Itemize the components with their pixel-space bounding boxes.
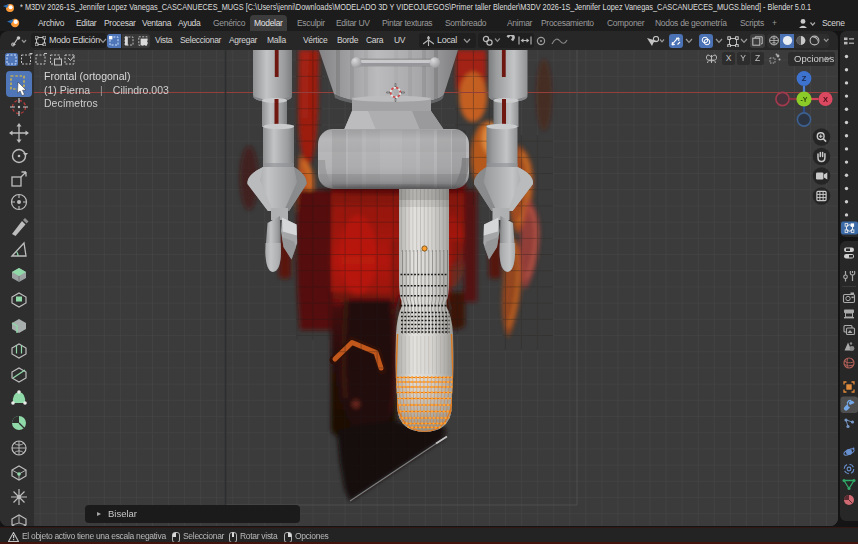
svg-text:-Y: -Y xyxy=(801,96,808,103)
svg-text:Z: Z xyxy=(802,74,807,83)
svg-text:X: X xyxy=(823,95,828,104)
